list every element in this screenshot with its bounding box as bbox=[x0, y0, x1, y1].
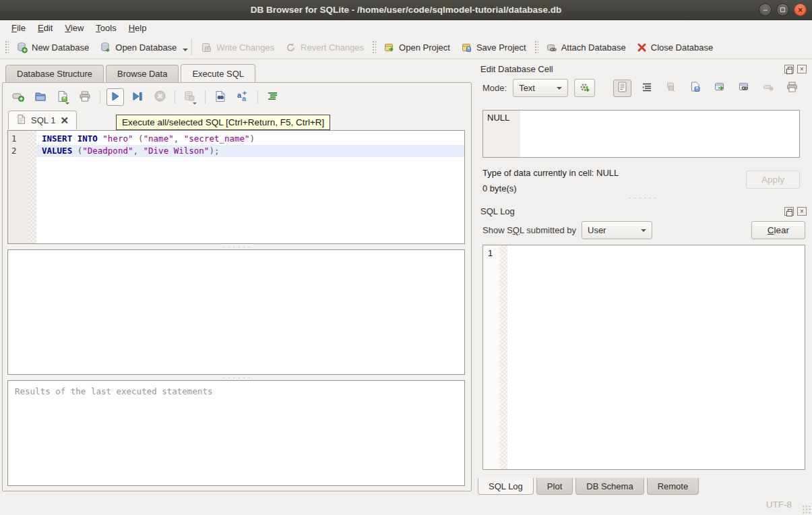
editor-fold-margin bbox=[28, 131, 36, 243]
set-null-button[interactable] bbox=[759, 80, 777, 97]
cell-type-info: Type of data currently in cell: NULL bbox=[482, 168, 619, 178]
cell-info-row: Type of data currently in cell: NULL 0 b… bbox=[474, 158, 812, 193]
toolbar-grip[interactable] bbox=[371, 40, 376, 55]
close-button[interactable]: × bbox=[794, 3, 807, 16]
execute-sql-pane: aa Execute all/selected SQL [Ctrl+Return… bbox=[2, 82, 472, 491]
tab-browse-data[interactable]: Browse Data bbox=[106, 65, 179, 82]
window-controls: − × bbox=[759, 3, 807, 16]
save-project-icon bbox=[461, 42, 472, 53]
open-database-dropdown[interactable] bbox=[183, 49, 188, 51]
minimize-button[interactable]: − bbox=[759, 3, 772, 16]
maximize-button[interactable] bbox=[776, 3, 789, 16]
toolbar-grip[interactable] bbox=[4, 40, 9, 55]
log-source-select[interactable]: User bbox=[582, 221, 652, 239]
export-cell-button[interactable] bbox=[710, 80, 728, 97]
word-wrap-button[interactable] bbox=[637, 80, 656, 97]
cell-content[interactable] bbox=[520, 111, 799, 157]
tab-remote[interactable]: Remote bbox=[647, 478, 699, 495]
open-project-button[interactable]: Open Project bbox=[378, 38, 456, 57]
tab-plot[interactable]: Plot bbox=[536, 478, 573, 495]
code-area[interactable]: INSERT INTO "hero" ("name", "secret_name… bbox=[36, 131, 464, 243]
editor-results-splitter[interactable] bbox=[3, 244, 471, 249]
sql-tab-close-icon[interactable]: ✕ bbox=[60, 115, 69, 125]
save-cell-button[interactable] bbox=[662, 80, 680, 97]
sql-log-filter-row: Show SQL submitted by User Clear bbox=[474, 218, 812, 245]
float-dock-button[interactable] bbox=[784, 207, 794, 216]
sql-editor[interactable]: 12 INSERT INTO "hero" ("name", "secret_n… bbox=[7, 130, 465, 244]
filter-label: Show SQL submitted by bbox=[482, 225, 576, 235]
menu-view[interactable]: View bbox=[59, 22, 90, 34]
import-icon bbox=[689, 81, 701, 95]
tab-database-structure[interactable]: Database Structure bbox=[5, 65, 104, 82]
menu-edit[interactable]: Edit bbox=[32, 22, 59, 34]
menu-tools[interactable]: Tools bbox=[90, 22, 122, 34]
chevron-down-icon bbox=[641, 229, 646, 232]
sql-log-title: SQL Log bbox=[480, 206, 784, 216]
text-view-button[interactable] bbox=[613, 80, 631, 97]
clear-log-button[interactable]: Clear bbox=[751, 221, 805, 239]
mode-select[interactable]: Text bbox=[513, 79, 568, 97]
find-button[interactable] bbox=[212, 88, 229, 106]
import-cell-button[interactable] bbox=[686, 80, 704, 97]
open-database-button[interactable]: Open Database bbox=[94, 38, 182, 57]
revert-changes-button[interactable]: Revert Changes bbox=[280, 38, 369, 57]
print-button[interactable] bbox=[76, 88, 94, 106]
gear-icon bbox=[578, 81, 591, 96]
code-line[interactable]: INSERT INTO "hero" ("name", "secret_name… bbox=[36, 133, 464, 145]
execute-all-button[interactable] bbox=[106, 88, 124, 106]
new-database-button[interactable]: New Database bbox=[11, 38, 94, 57]
titlebar[interactable]: DB Browser for SQLite - /home/user/code/… bbox=[0, 0, 812, 20]
statusbar: UTF-8 bbox=[0, 494, 812, 515]
tab-sql-log[interactable]: SQL Log bbox=[478, 478, 534, 495]
tab-db-schema[interactable]: DB Schema bbox=[575, 478, 644, 495]
sql-file-tab[interactable]: SQL 1 ✕ bbox=[8, 111, 77, 129]
log-source-value: User bbox=[588, 225, 606, 235]
cell-value-editor[interactable]: NULL bbox=[482, 110, 800, 158]
stop-button[interactable] bbox=[151, 88, 168, 106]
close-database-button[interactable]: Close Database bbox=[631, 39, 719, 56]
apply-button[interactable]: Apply bbox=[746, 171, 800, 189]
sql-log-view[interactable]: 1 bbox=[482, 245, 805, 470]
close-dock-button[interactable]: × bbox=[797, 65, 807, 73]
attach-database-button[interactable]: Attach Database bbox=[540, 38, 631, 57]
new-database-icon bbox=[16, 42, 28, 53]
results-message-pane[interactable]: Results of the last executed statements bbox=[7, 380, 465, 486]
open-in-app-button[interactable] bbox=[735, 80, 753, 97]
save-project-button[interactable]: Save Project bbox=[456, 38, 532, 57]
toolbar-grip[interactable] bbox=[534, 40, 538, 55]
text-document-icon bbox=[617, 81, 628, 95]
toolbar-separator bbox=[191, 39, 192, 55]
grid-message-splitter[interactable] bbox=[3, 375, 471, 380]
autocomplete-button[interactable]: aa bbox=[234, 88, 251, 106]
save-sql-file-button[interactable] bbox=[54, 88, 71, 106]
menu-help[interactable]: Help bbox=[123, 22, 153, 34]
dock-splitter[interactable] bbox=[474, 193, 812, 202]
encoding-indicator[interactable]: UTF-8 bbox=[766, 499, 792, 510]
close-dock-button[interactable]: × bbox=[797, 207, 807, 216]
open-sql-file-button[interactable] bbox=[32, 88, 49, 106]
autocomplete-icon: aa bbox=[236, 90, 249, 105]
code-line[interactable]: VALUES ("Deadpond", "Dive Wilson"); bbox=[36, 145, 464, 157]
app-window: { "window": { "title": "DB Browser for S… bbox=[0, 0, 812, 515]
print-cell-button[interactable] bbox=[783, 80, 801, 97]
execute-line-button[interactable] bbox=[129, 88, 146, 106]
menu-file[interactable]: File bbox=[5, 22, 32, 34]
new-sql-tab-button[interactable] bbox=[9, 88, 27, 106]
log-gutter: 1 bbox=[483, 245, 499, 469]
format-sql-button[interactable] bbox=[264, 88, 282, 106]
write-changes-button[interactable]: Write Changes bbox=[195, 38, 280, 57]
cell-mode-row: Mode: Text bbox=[474, 76, 812, 101]
line-number: 1 bbox=[11, 133, 28, 145]
open-file-icon bbox=[34, 90, 47, 105]
resize-grip[interactable] bbox=[802, 505, 811, 514]
auto-format-button[interactable] bbox=[574, 79, 595, 97]
mode-value: Text bbox=[519, 83, 535, 93]
tab-execute-sql[interactable]: Execute SQL bbox=[181, 64, 255, 82]
float-dock-button[interactable] bbox=[784, 65, 794, 73]
save-results-button[interactable] bbox=[181, 88, 199, 106]
edit-cell-header: Edit Database Cell × bbox=[474, 59, 812, 76]
attach-database-icon bbox=[546, 42, 557, 53]
menubar: File Edit View Tools Help bbox=[0, 20, 812, 36]
open-database-icon bbox=[100, 42, 111, 53]
results-grid[interactable] bbox=[7, 249, 465, 375]
